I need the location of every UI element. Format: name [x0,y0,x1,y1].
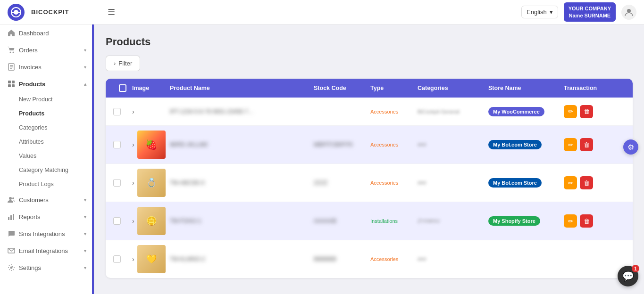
delete-button[interactable]: 🗑 [580,214,593,228]
header: BICOCKPIT ☰ English ▾ YOUR COMPANY Name … [0,0,644,24]
sidebar-item-products[interactable]: Products ▴ [0,75,94,92]
company-button[interactable]: YOUR COMPANY Name SURNAME [564,2,616,22]
orders-chevron: ▾ [84,48,86,53]
svg-rect-11 [8,81,11,83]
row-expand-icon[interactable]: › [132,217,134,225]
product-image: 💍 [137,169,166,197]
sms-icon [8,230,15,237]
product-name: IPT-1234-5-6-78 9001-23456-7 2345 1234 [170,108,255,115]
row-expand-icon[interactable]: › [132,255,134,263]
delete-button[interactable]: 🗑 [580,138,593,151]
delete-button[interactable]: 🗑 [580,105,593,118]
row-image-cell: › 🪙 [132,207,170,235]
sidebar-sub-attributes[interactable]: Attributes [0,135,94,149]
language-chevron: ▾ [550,8,553,16]
email-label: Email Integrations [19,247,68,254]
sidebar-item-invoices[interactable]: Invoices ▾ [0,58,94,75]
user-avatar-button[interactable] [621,5,636,20]
sidebar-item-settings[interactable]: Settings ▾ [0,259,94,276]
attributes-label: Attributes [19,139,44,145]
svg-rect-17 [8,217,9,220]
sidebar-sub-new-product[interactable]: New Product [0,92,94,106]
svg-point-16 [12,197,14,199]
svg-rect-12 [12,81,15,83]
reports-label: Reports [19,213,41,220]
sidebar-item-reports[interactable]: Reports ▾ [0,208,94,225]
sidebar-item-orders[interactable]: Orders ▾ [0,41,94,58]
sidebar-sub-product-logs[interactable]: Product Logs [0,177,94,191]
edit-button[interactable]: ✏ [564,176,577,189]
home-icon [8,29,15,37]
filter-label: Filter [118,60,132,67]
store-badge: My WooCommerce [488,107,544,116]
stock-code: ZZZZ [314,180,370,186]
type-badge: Accessories [370,142,418,147]
col-image: Image [132,85,170,91]
sidebar-sub-category-matching[interactable]: Category Matching [0,163,94,177]
edit-button[interactable]: ✏ [564,105,577,118]
hamburger-button[interactable]: ☰ [108,7,115,17]
row-expand-icon[interactable]: › [132,179,134,187]
delete-button[interactable]: 🗑 [580,176,593,189]
settings-wheel-icon: ⚙ [627,143,634,152]
table-row: › 🪙 TM-FGHIJ-1 AAAAAB Installations ZYXW… [106,202,633,240]
edit-button[interactable]: ✏ [564,214,577,228]
stock-code: AAAAAB [314,218,370,224]
filter-chevron-icon: › [114,60,116,67]
invoice-icon [8,63,15,71]
type-badge: Installations [370,218,418,224]
email-chevron: ▾ [84,248,86,253]
sidebar-sub-categories[interactable]: Categories [0,121,94,135]
reports-chevron: ▾ [84,214,86,220]
svg-point-1 [14,10,18,15]
select-all-checkbox[interactable] [119,84,126,92]
sidebar-sub-values[interactable]: Values [0,149,94,163]
products-icon [8,80,15,88]
sidebar-item-dashboard[interactable]: Dashboard [0,24,94,41]
invoices-chevron: ▾ [84,65,86,70]
sidebar-item-email[interactable]: Email Integrations ▾ [0,242,94,259]
row-checkbox[interactable] [113,255,121,263]
stock-code: BBBBBB [314,256,370,262]
page-title: Products [106,36,633,48]
type-badge: Accessories [370,256,418,262]
product-name: TM-ABCDE-0 [170,180,255,186]
filter-button[interactable]: › Filter [106,56,140,71]
sidebar-item-customers[interactable]: Customers ▾ [0,191,94,208]
logo-text: BICOCKPIT [31,8,69,16]
products-sub-label: Products [19,110,44,117]
sms-chevron: ▾ [84,231,86,237]
chat-bubble-button[interactable]: 💬 1 [618,266,638,286]
reports-icon [8,213,15,220]
settings-label: Settings [19,264,41,271]
action-buttons: ✏ 🗑 [564,138,625,151]
row-checkbox[interactable] [113,217,121,225]
chat-icon: 💬 [622,270,634,282]
action-buttons: ✏ 🗑 [564,105,625,118]
row-checkbox[interactable] [113,179,121,187]
edit-button[interactable]: ✏ [564,138,577,151]
cart-icon [8,46,15,54]
product-name: TM-KLMNO-2 [170,256,255,262]
products-table: Image Product Name Stock Code Type Categ… [106,79,633,278]
categories-label: Categories [19,124,47,131]
row-image-cell: › 🍓 [132,131,170,159]
action-buttons: ✏ 🗑 [564,214,625,228]
language-selector[interactable]: English ▾ [521,6,558,18]
row-expand-icon[interactable]: › [132,141,134,148]
sidebar-item-sms[interactable]: Sms Integrations ▾ [0,225,94,242]
main-content: Products › Filter Image Product Name Sto… [94,24,644,294]
col-store-name: Store Name [488,85,564,91]
svg-rect-14 [12,84,15,87]
category-matching-label: Category Matching [19,167,68,173]
chat-notification-badge: 1 [632,265,639,272]
row-expand-icon[interactable]: › [132,108,134,115]
sidebar-sub-products[interactable]: Products [0,106,94,121]
row-checkbox[interactable] [113,141,121,148]
product-image: 🪙 [137,207,166,235]
store-name-cell: My Bol.com Store [488,178,564,188]
row-checkbox[interactable] [113,108,121,115]
settings-wheel-button[interactable]: ⚙ [623,139,638,155]
sidebar: Dashboard Orders ▾ Invoices ▾ Products ▴… [0,24,94,294]
row-checkbox-cell [113,255,132,263]
